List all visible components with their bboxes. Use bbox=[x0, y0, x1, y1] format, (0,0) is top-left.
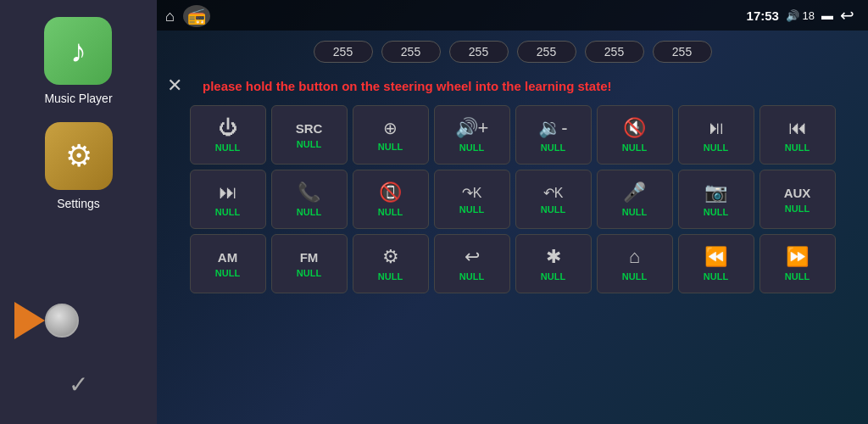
prev-icon: ⏮ bbox=[788, 117, 807, 139]
value-pill-5: 255 bbox=[585, 41, 644, 63]
ctrl-btn-aux[interactable]: AUX NULL bbox=[760, 170, 836, 229]
bluetooth-icon: ✱ bbox=[546, 246, 561, 268]
ctrl-btn-mute[interactable]: 🔇 NULL bbox=[597, 105, 673, 165]
mic-label: NULL bbox=[622, 207, 647, 217]
arrow-knob-group bbox=[14, 302, 79, 339]
home-label: NULL bbox=[622, 271, 647, 282]
ctrl-btn-seek-k[interactable]: ↷K NULL bbox=[434, 170, 510, 229]
back-button[interactable]: ↩ bbox=[840, 5, 854, 25]
ctrl-btn-power[interactable]: ⏻ NULL bbox=[190, 105, 266, 165]
src-label: NULL bbox=[297, 139, 321, 149]
ctrl-btn-gps[interactable]: ⊕ NULL bbox=[353, 105, 429, 165]
src-icon: SRC bbox=[296, 121, 323, 136]
next-icon: ⏭ bbox=[219, 181, 237, 204]
volume-down-icon: 🔉- bbox=[538, 117, 567, 139]
back-btn-label: NULL bbox=[459, 271, 484, 282]
button-row-1: ⏻ NULL SRC NULL ⊕ NULL 🔊+ NULL 🔉- NULL bbox=[167, 105, 858, 165]
radio-nav-icon[interactable]: 📻 bbox=[183, 5, 210, 27]
camera-icon: 📷 bbox=[704, 181, 727, 204]
settings-icon-box: ⚙ bbox=[45, 122, 113, 190]
settings-label: Settings bbox=[57, 197, 100, 210]
ctrl-btn-camera[interactable]: 📷 NULL bbox=[678, 170, 754, 229]
camera-label: NULL bbox=[704, 207, 728, 217]
instruction-row: ✕ please hold the button on the steering… bbox=[167, 71, 858, 100]
seek-k-icon: ↷K bbox=[462, 185, 482, 201]
ctrl-btn-seek-k2[interactable]: ↶K NULL bbox=[515, 170, 592, 229]
value-pill-6: 255 bbox=[653, 41, 712, 63]
music-player-icon[interactable]: ♪ Music Player bbox=[44, 17, 112, 105]
ctrl-btn-rew[interactable]: ⏪ NULL bbox=[678, 234, 754, 293]
power-icon: ⏻ bbox=[219, 117, 237, 139]
call-label: NULL bbox=[297, 207, 321, 217]
value-pill-4: 255 bbox=[517, 41, 576, 63]
button-row-2: ⏭ NULL 📞 NULL 📵 NULL ↷K NULL ↶K NULL bbox=[167, 170, 858, 229]
ctrl-btn-bluetooth[interactable]: ✱ NULL bbox=[515, 234, 592, 293]
seek-k2-label: NULL bbox=[541, 204, 565, 215]
am-label: NULL bbox=[215, 268, 240, 278]
back-arrow-icon: ↩ bbox=[465, 246, 480, 268]
ctrl-btn-hangup[interactable]: 📵 NULL bbox=[353, 170, 429, 229]
music-label: Music Player bbox=[44, 92, 112, 105]
mic-icon: 🎤 bbox=[623, 181, 646, 204]
ctrl-btn-vol-down[interactable]: 🔉- NULL bbox=[515, 105, 592, 165]
play-pause-icon: ⏯ bbox=[707, 117, 726, 139]
ctrl-btn-next[interactable]: ⏭ NULL bbox=[190, 170, 266, 229]
settings-btn-label: NULL bbox=[378, 271, 403, 282]
seek-k-label: NULL bbox=[459, 204, 484, 215]
music-note-icon: ♪ bbox=[70, 33, 86, 70]
control-panel: 255 255 255 255 255 255 ✕ please hold th… bbox=[157, 31, 868, 424]
button-row-3: AM NULL FM NULL ⚙ NULL ↩ NULL ✱ NULL bbox=[167, 234, 858, 293]
arrow-right-icon bbox=[14, 302, 45, 339]
play-pause-label: NULL bbox=[704, 142, 728, 153]
ctrl-btn-back[interactable]: ↩ NULL bbox=[434, 234, 510, 293]
vol-up-label: NULL bbox=[459, 142, 484, 153]
instruction-text: please hold the button on the steering w… bbox=[203, 79, 612, 93]
home-icon: ⌂ bbox=[629, 246, 640, 268]
ctrl-btn-mic[interactable]: 🎤 NULL bbox=[597, 170, 673, 229]
confirm-check[interactable]: ✓ bbox=[69, 371, 88, 399]
ctrl-btn-prev[interactable]: ⏮ NULL bbox=[760, 105, 836, 165]
settings-gear-icon: ⚙ bbox=[382, 246, 399, 268]
ctrl-btn-vol-up[interactable]: 🔊+ NULL bbox=[434, 105, 510, 165]
ctrl-btn-ff[interactable]: ⏩ NULL bbox=[760, 234, 836, 293]
aux-label: NULL bbox=[785, 204, 810, 214]
value-pill-1: 255 bbox=[314, 41, 373, 63]
ctrl-btn-src[interactable]: SRC NULL bbox=[271, 105, 348, 165]
value-pill-3: 255 bbox=[449, 41, 509, 63]
ctrl-btn-call[interactable]: 📞 NULL bbox=[271, 170, 348, 229]
hangup-icon: 📵 bbox=[379, 181, 402, 204]
mute-icon: 🔇 bbox=[623, 117, 646, 139]
bluetooth-label: NULL bbox=[541, 271, 565, 282]
status-bar: ⌂ 📻 17:53 🔊 18 ▬ ↩ bbox=[157, 0, 868, 31]
home-nav-icon[interactable]: ⌂ bbox=[165, 8, 175, 25]
seek-k2-icon: ↶K bbox=[543, 185, 564, 201]
am-icon: AM bbox=[218, 250, 237, 265]
settings-icon[interactable]: ⚙ Settings bbox=[45, 122, 113, 210]
gps-label: NULL bbox=[378, 142, 403, 152]
fastforward-icon: ⏩ bbox=[786, 246, 809, 268]
volume-display: 🔊 18 bbox=[786, 9, 815, 22]
vol-down-label: NULL bbox=[541, 142, 565, 153]
rew-label: NULL bbox=[704, 271, 728, 282]
ctrl-btn-fm[interactable]: FM NULL bbox=[271, 234, 348, 293]
ctrl-btn-play-pause[interactable]: ⏯ NULL bbox=[678, 105, 754, 165]
clock-display: 17:53 bbox=[747, 8, 779, 23]
call-icon: 📞 bbox=[298, 181, 320, 204]
ctrl-btn-home[interactable]: ⌂ NULL bbox=[597, 234, 673, 293]
main-panel: ⌂ 📻 17:53 🔊 18 ▬ ↩ 255 255 255 255 255 2… bbox=[157, 0, 868, 424]
cancel-button[interactable]: ✕ bbox=[167, 75, 192, 97]
mute-label: NULL bbox=[622, 142, 647, 153]
hangup-label: NULL bbox=[378, 207, 403, 217]
gear-icon: ⚙ bbox=[65, 138, 92, 174]
value-row: 255 255 255 255 255 255 bbox=[167, 37, 858, 66]
power-label: NULL bbox=[215, 142, 240, 153]
sidebar: ♪ Music Player ⚙ Settings ✓ bbox=[0, 0, 157, 424]
gps-icon: ⊕ bbox=[383, 118, 398, 138]
nav-icons: ⌂ 📻 bbox=[165, 5, 210, 27]
volume-up-icon: 🔊+ bbox=[455, 117, 489, 139]
rotary-knob[interactable] bbox=[45, 304, 79, 338]
ctrl-btn-settings[interactable]: ⚙ NULL bbox=[353, 234, 429, 293]
rewind-icon: ⏪ bbox=[704, 246, 727, 268]
fm-label: NULL bbox=[297, 268, 321, 278]
ctrl-btn-am[interactable]: AM NULL bbox=[190, 234, 266, 293]
